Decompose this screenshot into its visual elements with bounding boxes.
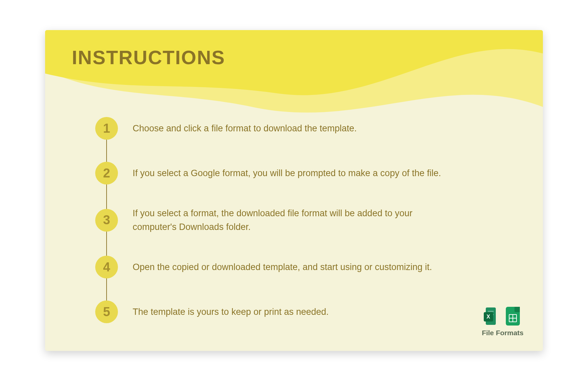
header-wave-back [45,30,543,124]
step-badge: 3 [95,209,118,232]
excel-badge-letter: X [484,312,493,322]
step-badge: 5 [95,300,118,323]
file-formats-label: File Formats [482,329,524,337]
step-text: If you select a Google format, you will … [133,166,441,180]
step-badge: 2 [95,162,118,184]
instruction-card: INSTRUCTIONS 1 Choose and click a file f… [45,30,543,351]
step-2: 2 If you select a Google format, you wil… [95,162,523,184]
steps-list: 1 Choose and click a file format to down… [95,117,523,323]
step-badge: 1 [95,117,118,140]
step-4: 4 Open the copied or downloaded template… [95,256,523,278]
step-text: If you select a format, the downloaded f… [133,207,443,234]
excel-icon[interactable]: X [486,307,501,326]
step-1: 1 Choose and click a file format to down… [95,117,523,140]
step-text: Choose and click a file format to downlo… [133,122,357,135]
step-text: Open the copied or downloaded template, … [133,260,432,274]
page-title: INSTRUCTIONS [72,46,225,69]
step-badge: 4 [95,256,118,278]
step-3: 3 If you select a format, the downloaded… [95,207,523,234]
header-wave-front [45,30,543,124]
file-formats-block: X File Formats [482,307,524,337]
step-text: The template is yours to keep or print a… [133,305,329,319]
google-sheets-icon[interactable] [506,307,520,326]
step-5: 5 The template is yours to keep or print… [95,300,523,323]
